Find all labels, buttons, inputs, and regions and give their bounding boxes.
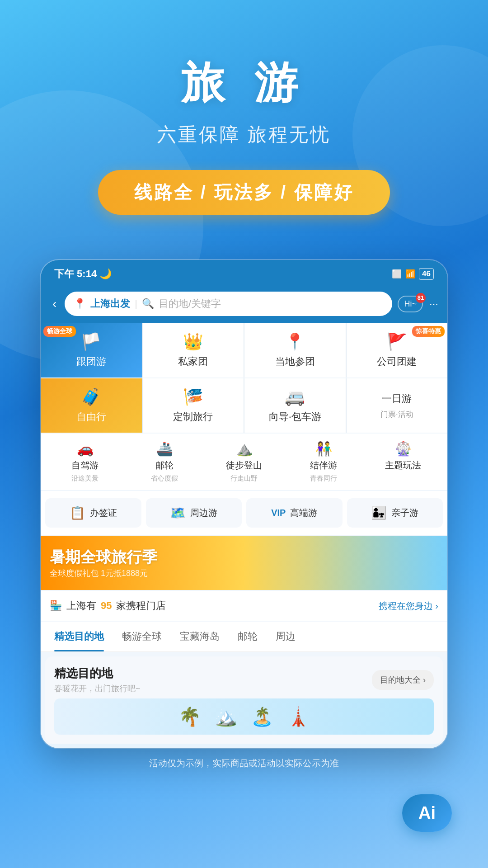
small-icon-jiebanyou[interactable]: 👫 结伴游 青春同行 <box>284 441 363 483</box>
badge-changyu: 畅游全球 <box>43 326 76 337</box>
store-info: 🏪 上海有 95 家携程门店 携程在您身边 › <box>41 591 447 621</box>
store-prefix: 上海有 <box>66 599 96 613</box>
tab-baozang[interactable]: 宝藏海岛 <box>171 622 229 651</box>
grid-item-yiritour[interactable]: 一日游 门票·活动 <box>347 378 448 433</box>
badge-jingxi: 惊喜特惠 <box>412 326 445 337</box>
dest-section: 精选目的地 春暖花开，出门旅行吧~ 目的地大全 › 🌴 🏔️ 🏝️ 🗼 <box>45 656 443 744</box>
hero-section: 旅 游 六重保障 旅程无忧 线路全 / 玩法多 / 保障好 <box>0 0 488 242</box>
app-header: ‹ 📍 上海出发 | 🔍 目的地/关键字 Hi~ 81 ··· <box>41 286 447 323</box>
header-icons: Hi~ 81 ··· <box>398 296 438 312</box>
small-label-zhuti: 主题玩法 <box>385 459 421 472</box>
service-zhoubianyou[interactable]: 🗺️ 周边游 <box>146 498 242 528</box>
ai-button[interactable]: Ai <box>402 794 452 832</box>
promo-banner[interactable]: 暑期全球旅行季 全球度假礼包 1元抵1888元 <box>41 536 447 590</box>
status-icons: ⬜ 📶 46 <box>392 268 434 280</box>
service-qianzheng[interactable]: 📋 办签证 <box>45 498 141 528</box>
grid-label-sijia: 私家团 <box>178 355 208 368</box>
dest-subtitle: 春暖花开，出门旅行吧~ <box>54 683 141 694</box>
tab-youlun[interactable]: 邮轮 <box>229 622 267 651</box>
status-time: 下午 5:14 🌙 <box>54 267 112 281</box>
service-label-qinzi: 亲子游 <box>391 507 418 519</box>
small-icon-zhuti[interactable]: 🎡 主题玩法 <box>363 441 443 483</box>
grid-item-sijiatuan[interactable]: 👑 私家团 <box>143 323 244 377</box>
small-label-youlun: 邮轮 <box>155 459 174 472</box>
grid-label-yiri: 一日游 <box>382 392 412 406</box>
small-sub-zijia: 沿途美景 <box>71 474 99 483</box>
grid-label-dingzhi: 定制旅行 <box>173 410 213 424</box>
service-gaoduan[interactable]: VIP 高端游 <box>246 498 343 528</box>
disclaimer: 活动仅为示例，实际商品或活动以实际公示为准 <box>0 748 488 778</box>
search-icon: 🔍 <box>142 298 154 310</box>
grid-label-dangdi: 当地参团 <box>275 355 315 368</box>
service-tags: 📋 办签证 🗺️ 周边游 VIP 高端游 👨‍👧 亲子游 <box>41 491 447 535</box>
screen-icon: ⬜ <box>392 269 402 279</box>
wifi-icon: 📶 <box>405 269 415 279</box>
grid-sublabel-menpiao: 门票·活动 <box>380 409 413 420</box>
service-label-qianzheng: 办签证 <box>90 507 117 519</box>
grid-row-1: 畅游全球 🏳️ 跟团游 👑 私家团 📍 当地参团 惊喜特惠 🚩 <box>41 323 447 377</box>
departure-city: 上海出发 <box>90 297 130 311</box>
service-label-zhoulian: 周边游 <box>190 507 217 519</box>
small-label-tubu: 徒步登山 <box>226 459 262 472</box>
search-placeholder: 目的地/关键字 <box>159 297 221 311</box>
banner-sub-text: 全球度假礼包 1元抵1888元 <box>50 568 157 579</box>
grid-item-dingzhi[interactable]: 🎏 定制旅行 <box>143 378 244 433</box>
grid-item-dangdi[interactable]: 📍 当地参团 <box>244 323 346 377</box>
hero-title: 旅 游 <box>18 54 470 113</box>
small-sub-tubu: 行走山野 <box>230 474 258 483</box>
tab-changyou[interactable]: 畅游全球 <box>113 622 171 651</box>
hi-badge[interactable]: Hi~ 81 <box>398 296 423 312</box>
location-pin-icon: 📍 <box>74 298 86 310</box>
dest-cards: 🌴 🏔️ 🏝️ 🗼 <box>54 698 434 735</box>
grid-label-tuanjian: 公司团建 <box>377 355 417 368</box>
small-label-jiebanyou: 结伴游 <box>310 459 337 472</box>
grid-label-jiantuan: 跟团游 <box>76 355 106 368</box>
app-content: 畅游全球 🏳️ 跟团游 👑 私家团 📍 当地参团 惊喜特惠 🚩 <box>41 323 447 744</box>
banner-decor <box>312 536 447 590</box>
tabs-row: 精选目的地 畅游全球 宝藏海岛 邮轮 周边 <box>41 622 447 652</box>
grid-item-xiangdao[interactable]: 🚐 向导·包车游 <box>244 378 346 433</box>
dest-header: 精选目的地 春暖花开，出门旅行吧~ 目的地大全 › <box>54 665 434 694</box>
tab-zhoubian[interactable]: 周边 <box>267 622 305 651</box>
grid-item-ziyouxing[interactable]: 🧳 自由行 <box>41 378 142 433</box>
hero-subtitle: 六重保障 旅程无忧 <box>18 122 470 147</box>
grid-item-jiantuan[interactable]: 畅游全球 🏳️ 跟团游 <box>41 323 142 377</box>
phone-wrapper: 下午 5:14 🌙 ⬜ 📶 46 ‹ 📍 上海出发 | 🔍 目的地/关键字 Hi… <box>0 260 488 748</box>
small-icons-row: 🚗 自驾游 沿途美景 🚢 邮轮 省心度假 ⛰️ 徒步登山 行走山野 👫 结伴游 <box>41 434 447 490</box>
hero-badge[interactable]: 线路全 / 玩法多 / 保障好 <box>98 170 390 215</box>
grid-item-tuanjian[interactable]: 惊喜特惠 🚩 公司团建 <box>347 323 448 377</box>
grid-row-2: 🧳 自由行 🎏 定制旅行 🚐 向导·包车游 一日游 门票·活动 <box>41 378 447 433</box>
grid-label-ziyou: 自由行 <box>76 410 106 424</box>
search-bar[interactable]: 📍 上海出发 | 🔍 目的地/关键字 <box>65 292 392 316</box>
store-info-left: 🏪 上海有 95 家携程门店 <box>50 599 166 613</box>
store-link[interactable]: 携程在您身边 › <box>379 600 438 612</box>
hi-label: Hi~ <box>404 299 417 308</box>
small-label-zijia: 自驾游 <box>71 459 99 472</box>
service-qinzi[interactable]: 👨‍👧 亲子游 <box>347 498 443 528</box>
store-icon: 🏪 <box>50 600 62 612</box>
notification-count: 81 <box>416 293 426 303</box>
battery-icon: 46 <box>419 268 434 280</box>
more-icon[interactable]: ··· <box>429 297 438 310</box>
store-suffix: 家携程门店 <box>116 599 166 613</box>
small-icon-zijia[interactable]: 🚗 自驾游 沿途美景 <box>45 441 125 483</box>
service-label-gaoduan: 高端游 <box>290 507 317 519</box>
status-bar: 下午 5:14 🌙 ⬜ 📶 46 <box>41 260 447 286</box>
small-sub-jiebanyou: 青春同行 <box>310 474 337 483</box>
store-count: 95 <box>101 600 112 612</box>
banner-main-text: 暑期全球旅行季 <box>50 547 157 568</box>
grid-label-xiangdao: 向导·包车游 <box>269 410 321 424</box>
phone-mockup: 下午 5:14 🌙 ⬜ 📶 46 ‹ 📍 上海出发 | 🔍 目的地/关键字 Hi… <box>41 260 447 748</box>
back-button[interactable]: ‹ <box>50 294 59 314</box>
small-sub-youlun: 省心度假 <box>151 474 178 483</box>
small-icon-youlun[interactable]: 🚢 邮轮 省心度假 <box>125 441 204 483</box>
dest-all-link[interactable]: 目的地大全 › <box>372 670 434 690</box>
dest-title: 精选目的地 <box>54 665 141 681</box>
small-icon-tubu[interactable]: ⛰️ 徒步登山 行走山野 <box>204 441 284 483</box>
tab-jingxuan[interactable]: 精选目的地 <box>45 622 113 651</box>
